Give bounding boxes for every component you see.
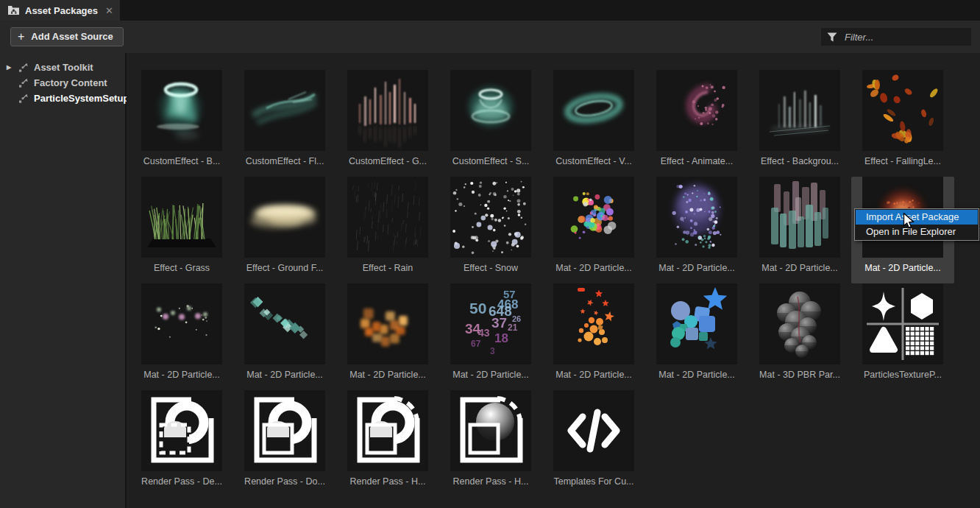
filter-funnel-icon: [827, 32, 837, 42]
asset-item-falling-leaves[interactable]: Effect - FallingLe...: [851, 70, 954, 177]
asset-item-confetti-particles[interactable]: Mat - 2D Particle...: [542, 177, 645, 283]
tab-title: Asset Packages: [25, 5, 98, 16]
asset-item-grass[interactable]: Effect - Grass: [130, 177, 233, 283]
asset-item-label: Mat - 2D Particle...: [452, 370, 529, 380]
render-pass-dashed-thumbnail: [141, 390, 222, 471]
sidebar-item-label: Asset Toolkit: [34, 62, 93, 73]
energy-ring-thumbnail: [553, 70, 634, 151]
asset-item-label: Mat - 2D Particle...: [761, 263, 838, 273]
asset-item-render-pass-solid[interactable]: Render Pass - Do...: [233, 390, 336, 497]
asset-item-bar-columns[interactable]: Mat - 2D Particle...: [748, 177, 851, 283]
asset-item-label: Mat - 2D Particle...: [658, 263, 735, 273]
asset-item-rain[interactable]: Effect - Rain: [336, 177, 439, 283]
teal-streams-thumbnail: [244, 70, 325, 151]
texture-pack-thumbnail: [862, 283, 943, 364]
asset-item-label: Mat - 2D Particle...: [246, 370, 323, 380]
ground-fog-thumbnail: [244, 177, 325, 258]
asset-package-folder-icon: [7, 5, 20, 15]
sidebar-item-particlesystemsetup[interactable]: ParticleSystemSetup: [0, 91, 125, 106]
svg-text:50: 50: [469, 300, 486, 317]
asset-item-code-templates[interactable]: Templates For Cu...: [542, 390, 645, 497]
pink-spikes-thumbnail: [347, 70, 428, 151]
asset-item-pbr-spheres[interactable]: Mat - 3D PBR Par...: [748, 283, 851, 390]
tab-strip: Asset Packages ✕: [0, 0, 980, 21]
filter-box: [821, 28, 971, 46]
tab-asset-packages[interactable]: Asset Packages ✕: [0, 0, 120, 21]
asset-item-label: Effect - Rain: [363, 263, 413, 273]
snow-thumbnail: [450, 177, 531, 258]
asset-item-label: Render Pass - H...: [453, 476, 529, 487]
render-pass-sphere-thumbnail: [450, 390, 531, 471]
asset-item-falling-numbers[interactable]: 5746850648263734214318673Mat - 2D Partic…: [439, 283, 542, 390]
pink-swirl-thumbnail: [656, 70, 737, 151]
asset-item-label: CustomEffect - B...: [143, 156, 221, 166]
cone-glow-thumbnail: [141, 70, 222, 151]
asset-item-label: Mat - 2D Particle...: [658, 370, 735, 380]
purple-sparkles-thumbnail: [656, 177, 737, 258]
glow-dome-thumbnail: [450, 70, 531, 151]
sidebar-item-factory-content[interactable]: Factory Content: [0, 75, 125, 91]
asset-item-label: Templates For Cu...: [553, 476, 633, 487]
rain-thumbnail: [347, 177, 428, 258]
asset-item-orange-squares[interactable]: Mat - 2D Particle...: [336, 283, 439, 390]
svg-text:67: 67: [471, 339, 481, 349]
asset-item-texture-pack[interactable]: ParticlesTextureP...: [851, 283, 954, 390]
asset-item-blue-shapes[interactable]: Mat - 2D Particle...: [645, 283, 748, 390]
tab-close-icon[interactable]: ✕: [105, 5, 113, 16]
asset-item-cone-glow[interactable]: CustomEffect - B...: [130, 70, 233, 177]
asset-item-teal-flakes[interactable]: Mat - 2D Particle...: [233, 283, 336, 390]
asset-item-glow-dome[interactable]: CustomEffect - S...: [439, 70, 542, 177]
content-panel: CustomEffect - B... CustomEffect - Fl...…: [127, 53, 980, 508]
svg-text:18: 18: [494, 331, 508, 345]
asset-item-label: Mat - 2D Particle...: [349, 370, 426, 380]
asset-item-glow-plants[interactable]: Mat - 2D Particle...: [130, 283, 233, 390]
asset-item-light-rays[interactable]: Effect - Backgrou...: [748, 70, 851, 177]
svg-text:37: 37: [491, 315, 507, 331]
asset-item-label: Effect - Ground F...: [246, 263, 324, 273]
menu-item-import-asset-package[interactable]: Import Asset Package: [856, 210, 978, 225]
asset-item-purple-sparkles[interactable]: Mat - 2D Particle...: [645, 177, 748, 283]
menu-item-open-in-file-explorer[interactable]: Open in File Explorer: [856, 225, 978, 239]
render-pass-solid-thumbnail: [244, 390, 325, 471]
asset-item-label: Effect - FallingLe...: [864, 156, 941, 166]
asset-item-label: CustomEffect - Fl...: [246, 156, 324, 166]
asset-item-pink-swirl[interactable]: Effect - Animate...: [645, 70, 748, 177]
asset-item-label: Mat - 3D PBR Par...: [759, 370, 840, 380]
asset-item-label: Render Pass - Do...: [244, 476, 325, 487]
app-body: ▶ Asset Toolkit Factory Content Particle…: [0, 53, 980, 508]
asset-item-render-pass-dashed[interactable]: Render Pass - De...: [130, 390, 233, 497]
asset-item-ground-fog[interactable]: Effect - Ground F...: [233, 177, 336, 283]
light-rays-thumbnail: [759, 70, 840, 151]
asset-item-label: CustomEffect - G...: [349, 156, 427, 166]
asset-item-label: Mat - 2D Particle...: [555, 370, 632, 380]
orange-squares-thumbnail: [347, 283, 428, 364]
asset-item-teal-streams[interactable]: CustomEffect - Fl...: [233, 70, 336, 177]
render-pass-arc-thumbnail: [347, 390, 428, 471]
expand-arrow-icon[interactable]: ▶: [7, 64, 18, 71]
asset-item-render-pass-arc[interactable]: Render Pass - H...: [336, 390, 439, 497]
asset-item-orange-shapes[interactable]: Mat - 2D Particle...: [542, 283, 645, 390]
asset-item-label: Mat - 2D Particle...: [555, 263, 632, 273]
glow-plants-thumbnail: [141, 283, 222, 364]
falling-leaves-thumbnail: [862, 70, 943, 151]
asset-item-pink-spikes[interactable]: CustomEffect - G...: [336, 70, 439, 177]
node-graph-icon: [18, 78, 29, 88]
asset-item-label: Effect - Animate...: [661, 156, 733, 166]
confetti-particles-thumbnail: [553, 177, 634, 258]
asset-item-render-pass-sphere[interactable]: Render Pass - H...: [439, 390, 542, 497]
asset-item-snow[interactable]: Effect - Snow: [439, 177, 542, 283]
asset-item-label: Mat - 2D Particle...: [143, 370, 220, 380]
bar-columns-thumbnail: [759, 177, 840, 258]
svg-text:3: 3: [490, 346, 495, 356]
sidebar-item-asset-toolkit[interactable]: ▶ Asset Toolkit: [0, 60, 125, 75]
sidebar-item-label: ParticleSystemSetup: [34, 93, 129, 104]
svg-text:21: 21: [508, 322, 518, 333]
asset-item-label: Effect - Snow: [464, 263, 518, 273]
node-graph-icon: [18, 94, 29, 104]
add-asset-source-button[interactable]: + Add Asset Source: [10, 27, 124, 46]
asset-item-label: Effect - Grass: [154, 263, 210, 273]
asset-item-energy-ring[interactable]: CustomEffect - V...: [542, 70, 645, 177]
filter-input[interactable]: [843, 31, 965, 43]
add-asset-source-label: Add Asset Source: [31, 31, 113, 42]
svg-text:43: 43: [478, 327, 490, 339]
